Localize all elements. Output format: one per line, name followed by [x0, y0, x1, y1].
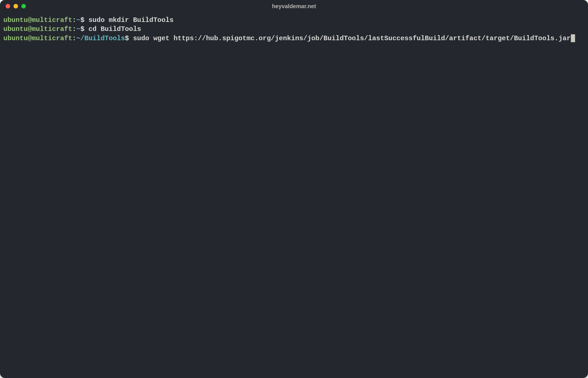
prompt-path: ~: [76, 16, 80, 24]
command-text: sudo wget https://hub.spigotmc.org/jenki…: [129, 35, 571, 42]
command-text: sudo mkdir BuildTools: [84, 16, 174, 24]
prompt-dollar: $: [80, 16, 84, 24]
close-icon[interactable]: [6, 4, 10, 8]
prompt-dollar: $: [125, 35, 129, 42]
prompt-line: ubuntu@multicraft:~$ sudo mkdir BuildToo…: [3, 16, 174, 24]
prompt-separator: :: [72, 25, 76, 33]
prompt-dollar: $: [80, 25, 84, 33]
prompt-user: ubuntu@multicraft: [3, 16, 72, 24]
prompt-path: ~: [76, 25, 80, 33]
prompt-user: ubuntu@multicraft: [3, 35, 72, 42]
cursor-icon: [571, 34, 575, 42]
prompt-line: ubuntu@multicraft:~$ cd BuildTools: [3, 25, 141, 33]
minimize-icon[interactable]: [14, 4, 18, 8]
titlebar[interactable]: heyvaldemar.net: [0, 0, 588, 12]
prompt-separator: :: [72, 35, 76, 42]
window-title: heyvaldemar.net: [0, 3, 588, 10]
fullscreen-icon[interactable]: [21, 4, 26, 8]
prompt-user: ubuntu@multicraft: [3, 25, 72, 33]
traffic-lights: [0, 4, 26, 8]
command-text: cd BuildTools: [84, 25, 141, 33]
terminal-window: heyvaldemar.net ubuntu@multicraft:~$ sud…: [0, 0, 588, 378]
terminal-body[interactable]: ubuntu@multicraft:~$ sudo mkdir BuildToo…: [0, 12, 588, 378]
prompt-separator: :: [72, 16, 76, 24]
prompt-line: ubuntu@multicraft:~/BuildTools$ sudo wge…: [3, 35, 575, 42]
prompt-path: ~/BuildTools: [76, 35, 125, 42]
